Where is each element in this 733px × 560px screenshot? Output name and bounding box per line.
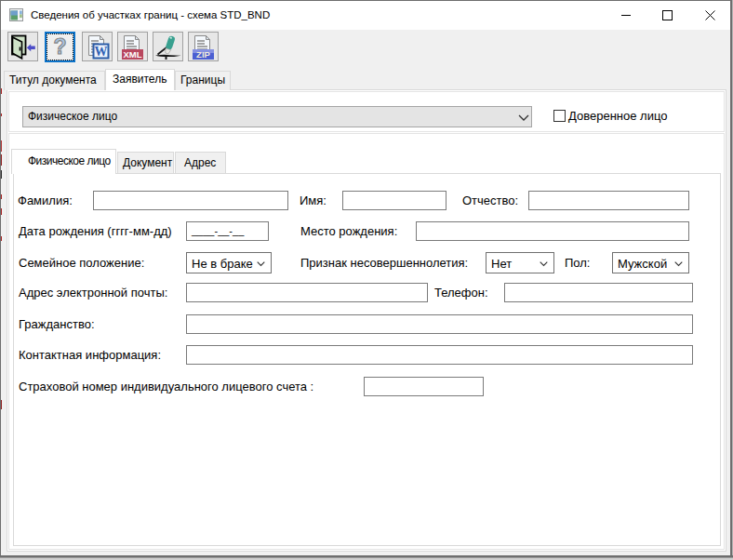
svg-text:ZIP: ZIP bbox=[196, 49, 210, 60]
svg-text:XML: XML bbox=[123, 49, 141, 60]
svg-text:W: W bbox=[95, 45, 108, 59]
svg-text:?: ? bbox=[53, 34, 66, 59]
